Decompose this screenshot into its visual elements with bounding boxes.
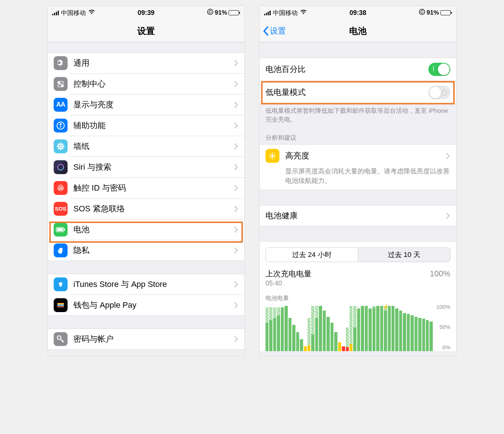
last-charge-info: 上次充电电量 100% 05:40 xyxy=(260,266,456,291)
settings-item-general[interactable]: 通用 xyxy=(48,53,244,74)
chart-bar xyxy=(277,315,280,351)
last-charge-pct: 100% xyxy=(430,269,450,279)
svg-point-27 xyxy=(271,154,274,157)
svg-rect-19 xyxy=(57,228,63,231)
battery-health[interactable]: 电池健康 xyxy=(260,205,456,226)
settings-item-touchid[interactable]: 触控 ID 与密码 xyxy=(48,177,244,199)
suggestion-high-brightness[interactable]: 高亮度 显示屏亮度高会消耗大量的电量。请考虑降低亮度以改善电池续航能力。 xyxy=(260,144,456,190)
battery-screen: 中国移动 09:38 91% 设置 电池 电池百分比 xyxy=(259,5,457,356)
toggle-switch[interactable] xyxy=(428,86,450,99)
settings-list[interactable]: 通用 控制中心 AA 显示与亮度 辅助功能 墙纸 xyxy=(48,42,244,356)
clock: 09:38 xyxy=(350,9,366,17)
chart-bar xyxy=(304,346,307,351)
chart-bar xyxy=(273,318,276,351)
chevron-right-icon xyxy=(234,143,238,150)
chart-bar xyxy=(281,307,284,351)
page-title: 设置 xyxy=(137,25,155,37)
chart-bar xyxy=(285,306,287,351)
chart-bar xyxy=(388,306,391,351)
key-icon xyxy=(54,332,68,346)
chevron-right-icon xyxy=(446,153,450,159)
chart-bar xyxy=(395,308,398,351)
chart-bar xyxy=(392,306,394,351)
wifi-icon xyxy=(88,9,95,16)
segment-24h[interactable]: 过去 24 小时 xyxy=(266,248,358,262)
chart-bar xyxy=(353,327,356,351)
chevron-right-icon xyxy=(234,336,238,342)
low-power-mode-toggle[interactable]: 低电量模式 xyxy=(260,81,456,104)
chart-bar xyxy=(399,311,402,351)
chart-bar xyxy=(334,332,337,351)
siri-icon xyxy=(54,160,68,174)
back-button[interactable]: 设置 xyxy=(263,26,286,37)
settings-item-passwords[interactable]: 密码与帐户 xyxy=(48,329,244,350)
chevron-right-icon xyxy=(234,122,238,129)
chevron-right-icon xyxy=(234,60,238,66)
battery-pct-label: 91% xyxy=(215,9,227,16)
chart-bar xyxy=(319,306,322,351)
low-power-description: 低电量模式将暂时降低如下载和邮件获取等后台活动，直至 iPhone 完全充电。 xyxy=(260,104,456,124)
appstore-icon xyxy=(54,277,68,291)
hand-icon xyxy=(54,243,68,257)
nav-bar: 设置 xyxy=(48,20,244,42)
chevron-right-icon xyxy=(234,81,238,87)
chart-bar xyxy=(308,345,310,351)
svg-rect-22 xyxy=(57,303,64,304)
settings-screen: 中国移动 09:39 91% 设置 通用 xyxy=(47,5,245,356)
chart-bar xyxy=(300,339,303,351)
svg-point-11 xyxy=(62,145,65,147)
svg-point-14 xyxy=(61,143,64,146)
chart-bar xyxy=(369,308,371,351)
settings-item-wallet[interactable]: 钱包与 Apple Pay xyxy=(48,295,244,316)
suggestions-header: 分析和建议 xyxy=(260,134,456,144)
settings-item-accessibility[interactable]: 辅助功能 xyxy=(48,115,244,136)
chart-bar xyxy=(357,308,360,351)
battery-percentage-toggle[interactable]: 电池百分比 xyxy=(260,58,456,81)
chart-bar xyxy=(373,307,375,351)
svg-point-0 xyxy=(207,9,213,15)
signal-icon xyxy=(264,10,271,15)
chart-bar xyxy=(331,323,333,351)
rotation-lock-icon xyxy=(419,9,425,17)
settings-item-itunes[interactable]: iTunes Store 与 App Store xyxy=(48,274,244,295)
chart-bar xyxy=(342,346,345,351)
page-title: 电池 xyxy=(349,25,367,37)
svg-point-13 xyxy=(61,147,64,150)
svg-point-9 xyxy=(60,147,61,150)
nav-bar: 设置 电池 xyxy=(260,20,456,42)
chart-bar xyxy=(269,320,272,351)
settings-item-wallpaper[interactable]: 墙纸 xyxy=(48,136,244,157)
battery-content[interactable]: 电池百分比 低电量模式 低电量模式将暂时降低如下载和邮件获取等后台活动，直至 i… xyxy=(260,42,456,356)
toggle-switch[interactable] xyxy=(428,63,450,76)
clock: 09:39 xyxy=(138,9,154,17)
sos-icon: SOS xyxy=(54,202,68,216)
status-bar: 中国移动 09:39 91% xyxy=(48,6,244,20)
battery-icon xyxy=(229,10,240,15)
back-label: 设置 xyxy=(270,26,286,37)
chart-bar xyxy=(426,320,429,351)
settings-item-siri[interactable]: Siri 与搜索 xyxy=(48,157,244,178)
wifi-icon xyxy=(300,9,307,16)
chart-bar xyxy=(323,311,326,351)
chart-bar xyxy=(411,315,413,351)
settings-item-battery[interactable]: 电池 xyxy=(48,219,244,240)
svg-point-10 xyxy=(57,145,60,147)
svg-point-6 xyxy=(60,123,61,124)
settings-item-display[interactable]: AA 显示与亮度 xyxy=(48,94,244,115)
suggestion-desc: 显示屏亮度高会消耗大量的电量。请考虑降低亮度以改善电池续航能力。 xyxy=(285,166,450,185)
chart-bar xyxy=(327,317,329,351)
settings-item-sos[interactable]: SOS SOS 紧急联络 xyxy=(48,198,244,219)
chart-bar xyxy=(350,344,352,351)
chart-bar xyxy=(338,342,341,351)
rotation-lock-icon xyxy=(207,9,213,17)
battery-pct-label: 91% xyxy=(427,9,439,16)
brightness-icon xyxy=(266,149,279,163)
time-range-segmented[interactable]: 过去 24 小时 过去 10 天 xyxy=(266,247,450,262)
chevron-right-icon xyxy=(234,226,238,233)
settings-item-privacy[interactable]: 隐私 xyxy=(48,240,244,261)
settings-item-control-center[interactable]: 控制中心 xyxy=(48,73,244,95)
chart-bar xyxy=(365,306,368,351)
segment-10d[interactable]: 过去 10 天 xyxy=(358,248,450,262)
chevron-right-icon xyxy=(234,164,238,170)
chart-bar xyxy=(311,334,314,351)
